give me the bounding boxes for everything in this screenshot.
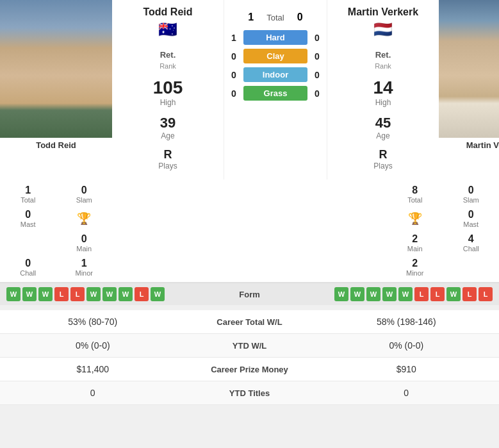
- left-minor-cell: 1 Minor: [56, 255, 113, 279]
- left-chall-cell: 0 Chall: [0, 255, 56, 279]
- right-slam-val: 0: [446, 185, 497, 196]
- left-age-block: 39 Age: [160, 115, 176, 140]
- career-stat-left-3: 0: [0, 388, 186, 398]
- right-mast-cell: 0 Mast: [443, 206, 500, 231]
- left-total-cell: 1 Total: [0, 182, 56, 206]
- right-trophy-icon: 🏆: [408, 212, 422, 226]
- career-stat-right-2: $910: [314, 364, 500, 374]
- right-mast-lbl: Mast: [446, 220, 497, 228]
- grass-surface-btn[interactable]: Grass: [243, 86, 307, 101]
- form-badge-l: L: [462, 287, 477, 301]
- right-slam-lbl: Slam: [446, 196, 497, 204]
- form-badge-w: W: [151, 287, 165, 301]
- left-slam-lbl: Slam: [59, 196, 110, 204]
- left-minor-lbl: Minor: [59, 269, 110, 277]
- sub-stats-row: 1 Total 0 Slam 0 Mast 🏆 0 Main: [0, 179, 499, 283]
- right-rank-label: Rank: [375, 62, 391, 70]
- right-ret-value: Ret.: [375, 50, 391, 60]
- left-plays-value: R: [158, 148, 177, 162]
- right-high-value: 14: [373, 78, 393, 98]
- indoor-left-score: 0: [224, 70, 243, 80]
- career-stat-left-1: 0% (0-0): [0, 340, 186, 351]
- right-chall-lbl: Chall: [446, 245, 497, 253]
- left-high-label: High: [153, 98, 183, 107]
- left-total-lbl: Total: [3, 196, 54, 204]
- clay-surface-btn[interactable]: Clay: [243, 49, 307, 63]
- left-flag: 🇦🇺: [158, 21, 177, 38]
- career-stat-label-2: Career Prize Money: [186, 365, 314, 374]
- career-stat-row-0: 53% (80-70) Career Total W/L 58% (198-14…: [0, 310, 499, 334]
- left-main-val: 0: [59, 233, 110, 245]
- right-player-name: Martin Verkerk: [348, 6, 418, 18]
- left-player-photo: [0, 0, 112, 138]
- surface-hard-row: 1 Hard 0: [224, 30, 327, 45]
- career-stat-left-0: 53% (80-70): [0, 317, 186, 327]
- career-stat-right-0: 58% (198-146): [314, 317, 500, 327]
- hard-surface-btn[interactable]: Hard: [243, 30, 307, 45]
- form-badge-l: L: [54, 287, 69, 301]
- left-mast-lbl: Mast: [3, 220, 54, 228]
- right-total-lbl: Total: [389, 196, 441, 204]
- career-stat-left-2: $11,400: [0, 364, 186, 374]
- right-stats-col: Martin Verkerk 🇳🇱 Ret. Rank 14 High 45 A…: [327, 0, 439, 179]
- right-plays-label: Plays: [373, 162, 392, 170]
- form-badge-l: L: [430, 287, 445, 301]
- right-trophy-cell: 🏆: [387, 206, 443, 231]
- right-total-cell: 8 Total: [387, 182, 443, 206]
- form-badge-w: W: [446, 287, 461, 301]
- right-high-block: 14 High: [373, 78, 393, 107]
- total-left-score: 1: [248, 12, 254, 23]
- form-badge-l: L: [479, 287, 493, 301]
- form-badge-w: W: [350, 287, 364, 301]
- form-badge-w: W: [22, 287, 37, 301]
- left-two-col: 1 Total 0 Slam 0 Mast 🏆 0 Main: [0, 182, 112, 279]
- total-row: 1 Total 0: [248, 12, 302, 23]
- hard-left-score: 1: [224, 33, 243, 43]
- right-age-value: 45: [375, 115, 391, 131]
- right-age-block: 45 Age: [375, 115, 391, 140]
- left-age-label: Age: [160, 131, 176, 140]
- right-total-val: 8: [389, 185, 441, 196]
- right-flag: 🇳🇱: [373, 21, 393, 38]
- career-stat-row-1: 0% (0-0) YTD W/L 0% (0-0): [0, 334, 499, 358]
- indoor-surface-btn[interactable]: Indoor: [243, 67, 307, 82]
- right-age-label: Age: [375, 131, 391, 140]
- left-age-value: 39: [160, 115, 176, 131]
- right-two-col: 8 Total 0 Slam 🏆 0 Mast 2 Main: [387, 182, 499, 279]
- form-badge-w: W: [102, 287, 117, 301]
- right-player-wrapper: Martin Verkerk: [439, 0, 499, 179]
- right-main-lbl: Main: [389, 245, 441, 253]
- form-badge-l: L: [414, 287, 429, 301]
- clay-right-score: 0: [307, 51, 327, 62]
- left-ret-block: Ret. Rank: [160, 47, 176, 70]
- left-chall-lbl: Chall: [3, 269, 54, 277]
- career-stats-table: 53% (80-70) Career Total W/L 58% (198-14…: [0, 310, 499, 405]
- form-label: Form: [186, 290, 314, 299]
- right-player-name-under: Martin Verkerk: [439, 138, 499, 151]
- left-player-name-under: Todd Reid: [0, 138, 112, 151]
- total-center-label: Total: [266, 13, 284, 22]
- total-right-score: 0: [297, 12, 303, 23]
- right-high-label: High: [373, 98, 393, 107]
- clay-left-score: 0: [224, 51, 243, 62]
- player-comparison-section: Todd Reid Todd Reid 🇦🇺 Ret. Rank 105 Hig…: [0, 0, 499, 179]
- left-slam-cell: 0 Slam: [56, 182, 113, 206]
- right-plays-block: R Plays: [373, 148, 392, 170]
- grass-left-score: 0: [224, 88, 243, 99]
- left-mast-cell: 0 Mast: [0, 206, 56, 231]
- right-player-photo: [439, 0, 499, 138]
- left-main-lbl: Main: [59, 245, 110, 253]
- right-slam-cell: 0 Slam: [443, 182, 500, 206]
- career-stat-label-3: YTD Titles: [186, 388, 314, 398]
- form-badge-w: W: [366, 287, 380, 301]
- left-high-block: 105 High: [153, 78, 183, 107]
- left-main-cell: 0 Main: [56, 231, 113, 255]
- surface-clay-row: 0 Clay 0: [224, 49, 327, 63]
- career-stat-right-3: 0: [314, 388, 500, 398]
- right-plays-value: R: [373, 148, 392, 162]
- career-stat-label-1: YTD W/L: [186, 341, 314, 351]
- form-badges-left: WWWLLWWWLW: [6, 287, 186, 301]
- form-section: WWWLLWWWLW Form WWWWWLLWLL: [0, 283, 499, 305]
- right-minor-lbl: Minor: [389, 269, 441, 277]
- left-plays-block: R Plays: [158, 148, 177, 170]
